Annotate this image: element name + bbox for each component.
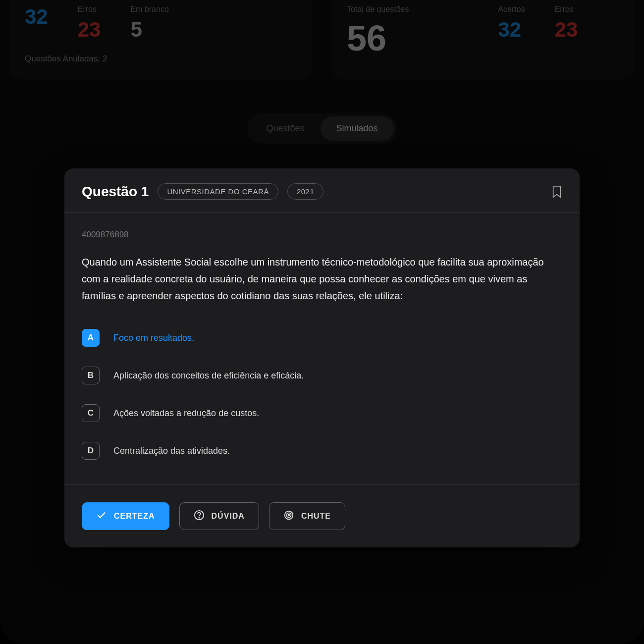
duvida-button[interactable]: DÚVIDA [179, 502, 259, 530]
option-text-b: Aplicação dos conceitos de eficiência e … [113, 371, 304, 381]
certeza-button[interactable]: CERTEZA [82, 502, 169, 530]
option-letter-d: D [82, 442, 100, 460]
option-c[interactable]: C Ações voltadas a redução de custos. [82, 404, 562, 422]
chute-button[interactable]: CHUTE [269, 502, 345, 530]
branco-value: 5 [130, 18, 168, 42]
question-title: Questão 1 [82, 184, 149, 200]
total-label: Total de questões [347, 5, 409, 14]
anuladas-label: Questões Anuladas: [25, 54, 100, 63]
svg-point-4 [288, 515, 290, 516]
erros-label-r: Erros [555, 5, 578, 14]
question-text: Quando um Assistente Social escolhe um i… [82, 254, 562, 304]
svg-point-1 [199, 517, 199, 518]
option-d[interactable]: D Centralização das atividades. [82, 442, 562, 460]
stats-card-left: 32 Erros 23 Em branco 5 Questões Anulada… [10, 0, 312, 79]
option-text-c: Ações voltadas a redução de custos. [113, 408, 259, 419]
erros-value-r: 23 [555, 18, 578, 42]
option-letter-a: A [82, 329, 100, 347]
option-letter-c: C [82, 404, 100, 422]
chute-label: CHUTE [301, 512, 331, 521]
option-text-d: Centralização das atividades. [113, 446, 230, 456]
acertos-value: 32 [25, 5, 48, 29]
target-icon [283, 510, 294, 523]
acertos-value-r: 32 [498, 18, 525, 42]
check-icon [96, 510, 107, 523]
acertos-label-r: Acertos [498, 5, 525, 14]
duvida-label: DÚVIDA [212, 512, 245, 521]
stats-card-right: Total de questões 56 Acertos 32 Erros 23 [332, 0, 634, 79]
total-value: 56 [347, 18, 409, 58]
tab-questoes[interactable]: Questões [250, 116, 320, 141]
question-source: UNIVERSIDADE DO CEARÁ [158, 183, 278, 200]
certeza-label: CERTEZA [114, 512, 155, 521]
anuladas-value: 2 [103, 54, 107, 63]
question-id: 4009876898 [82, 230, 562, 240]
tabs: Questões Simulados [247, 113, 396, 144]
bookmark-icon[interactable] [551, 185, 562, 199]
option-b[interactable]: B Aplicação dos conceitos de eficiência … [82, 367, 562, 384]
tab-simulados[interactable]: Simulados [321, 116, 394, 141]
erros-value: 23 [78, 18, 101, 42]
question-card: Questão 1 UNIVERSIDADE DO CEARÁ 2021 400… [64, 168, 580, 547]
option-a[interactable]: A Foco em resultados. [82, 329, 562, 347]
option-text-a: Foco em resultados. [113, 333, 194, 343]
question-year: 2021 [287, 183, 323, 200]
option-letter-b: B [82, 367, 100, 384]
erros-label: Erros [78, 5, 101, 14]
branco-label: Em branco [130, 5, 168, 14]
question-icon [194, 510, 205, 523]
